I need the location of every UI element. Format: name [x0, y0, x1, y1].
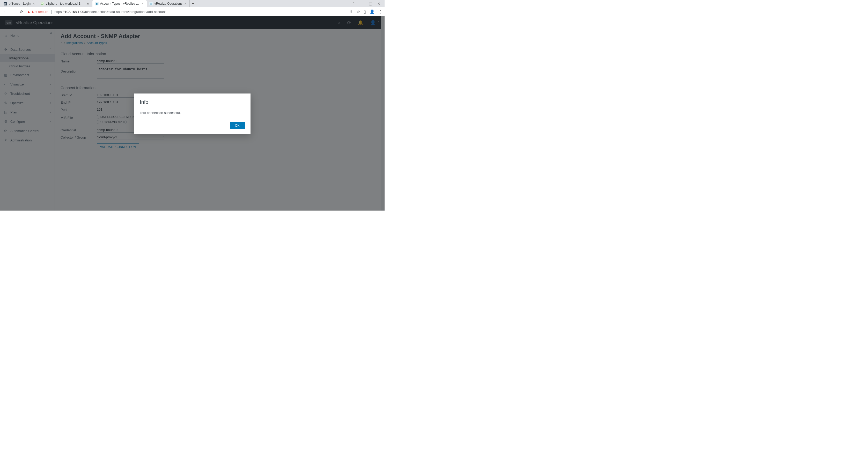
tab-title: pfSense - Login	[9, 2, 31, 5]
tab-close-icon[interactable]: ×	[184, 2, 187, 6]
warning-icon: ▲	[27, 9, 31, 14]
address-bar: ← → ⟳ ▲ Not secure | https://192.168.1.9…	[0, 7, 384, 16]
browser-tab[interactable]: pf pfSense - Login ×	[1, 0, 38, 7]
tab-favicon: pf	[4, 2, 7, 5]
divider: |	[51, 9, 52, 14]
profile-icon[interactable]: 👤	[370, 9, 375, 14]
url-path: /ui/index.action#data-sources/integratio…	[84, 10, 166, 14]
modal-overlay: Info Test connection successful. OK	[0, 16, 384, 211]
reload-button[interactable]: ⟳	[19, 9, 24, 14]
tab-favicon: ❐	[41, 2, 44, 5]
url-display[interactable]: https://192.168.1.90/ui/index.action#dat…	[54, 10, 166, 14]
minimize-icon[interactable]: —	[360, 2, 364, 6]
tab-title: Account Types - vRealize Operati	[100, 2, 140, 5]
tab-strip: pf pfSense - Login × ❐ vSphere - tce-wor…	[0, 0, 384, 7]
new-tab-button[interactable]: +	[190, 0, 196, 7]
info-modal: Info Test connection successful. OK	[134, 93, 250, 134]
modal-title: Info	[140, 99, 245, 105]
tab-close-icon[interactable]: ×	[87, 2, 90, 6]
tab-title: vSphere - tce-workload-1-md-2-	[46, 2, 85, 5]
browser-tab[interactable]: ◉ vRealize Operations ×	[147, 0, 190, 7]
modal-message: Test connection successful.	[140, 111, 245, 115]
tab-close-icon[interactable]: ×	[32, 2, 35, 6]
security-indicator[interactable]: ▲ Not secure	[27, 9, 49, 14]
tab-favicon: ◉	[149, 2, 153, 5]
back-button[interactable]: ←	[2, 9, 8, 14]
addr-right-controls: ⇪ ☆ ▯ 👤 ⋮	[349, 9, 382, 14]
browser-chrome: pf pfSense - Login × ❐ vSphere - tce-wor…	[0, 0, 384, 16]
security-text: Not secure	[32, 10, 49, 14]
star-icon[interactable]: ☆	[356, 9, 360, 14]
ok-button[interactable]: OK	[230, 122, 245, 129]
window-controls: ˅ — ▢ ✕	[353, 2, 383, 6]
tab-favicon: ◉	[95, 2, 99, 5]
menu-icon[interactable]: ⋮	[378, 9, 382, 14]
maximize-icon[interactable]: ▢	[369, 2, 372, 6]
app-wrap: vm vRealize Operations ⌕ ⟳ 🔔 👤 ˅ « ⌂ Hom…	[0, 16, 384, 211]
panel-icon[interactable]: ▯	[364, 9, 366, 14]
browser-tab-active[interactable]: ◉ Account Types - vRealize Operati ×	[92, 0, 147, 7]
close-window-icon[interactable]: ✕	[377, 2, 380, 6]
tab-title: vRealize Operations	[155, 2, 182, 5]
url-host: ://192.168.1.90	[62, 10, 84, 14]
share-icon[interactable]: ⇪	[349, 9, 353, 14]
forward-button[interactable]: →	[10, 9, 16, 14]
tab-close-icon[interactable]: ×	[141, 2, 144, 6]
chevron-down-icon[interactable]: ˅	[353, 2, 355, 6]
browser-tab[interactable]: ❐ vSphere - tce-workload-1-md-2- ×	[38, 0, 92, 7]
url-scheme: https	[54, 10, 62, 14]
